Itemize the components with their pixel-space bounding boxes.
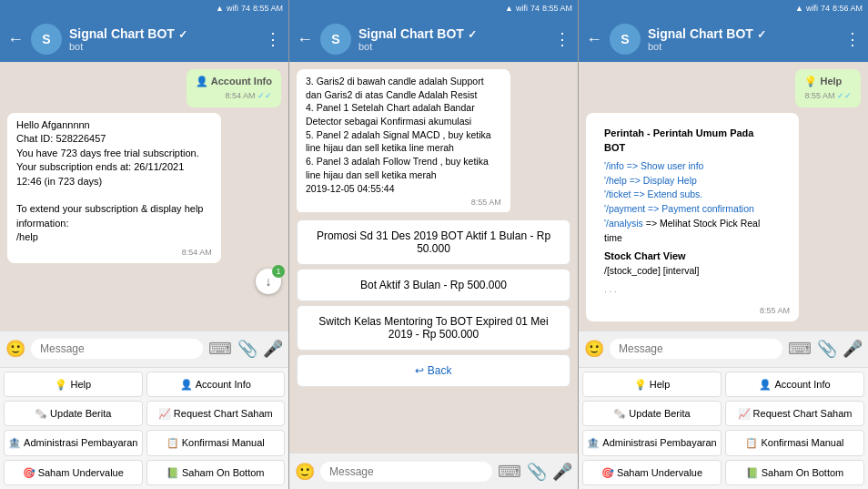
msg-meta-garis: 8:55 AM [306, 197, 501, 209]
admin-icon-1: 🏦 [8, 436, 21, 449]
btn-chart-1[interactable]: 📈Request Chart Saham [146, 401, 286, 426]
saham-bottom-icon-3: 📗 [746, 466, 759, 479]
bottom-buttons-3: 💡Help 👤Account Info 🗞️Update Berita 📈Req… [579, 367, 868, 489]
btn-update-3[interactable]: 🗞️Update Berita [582, 401, 722, 426]
bot-sub-3: bot [648, 41, 837, 52]
msg-help-received: Perintah - Perintah Umum Pada BOT '/info… [586, 113, 799, 321]
title-area-1: Signal Chart BOT ✓ bot [69, 26, 257, 53]
btn-admin-3[interactable]: 🏦Administrasi Pembayaran [582, 430, 722, 455]
verified-icon-1: ✓ [178, 28, 187, 41]
verified-icon-2: ✓ [468, 28, 477, 41]
avatar-1: S [31, 24, 62, 55]
btn-konfirmasi-3[interactable]: 📋Konfirmasi Manual [725, 430, 864, 455]
panel-3: ▲ wifi 74 8:56 AM ← S Signal Chart BOT ✓… [579, 0, 868, 489]
bot-name-1: Signal Chart BOT ✓ [69, 26, 257, 42]
status-bar-3: ▲ wifi 74 8:56 AM [579, 0, 868, 16]
attach-btn-2[interactable]: 📎 [527, 462, 547, 482]
back-button-2[interactable]: ← [297, 30, 313, 49]
battery-icon-3: 74 [821, 4, 830, 13]
wifi-icon-3: wifi [806, 4, 818, 13]
news-icon-3: 🗞️ [613, 407, 626, 420]
top-bar-3: ← S Signal Chart BOT ✓ bot ⋮ [579, 16, 868, 62]
btn-chart-3[interactable]: 📈Request Chart Saham [725, 401, 864, 426]
back-button-3[interactable]: ← [586, 30, 602, 49]
bot-sub-1: bot [69, 41, 257, 52]
message-input-2[interactable] [320, 462, 492, 482]
chat-area-1: 👤 Account Info 8:54 AM ✓✓ Hello Afgannnn… [0, 62, 288, 331]
status-bar-2: ▲ wifi 74 8:55 AM [289, 0, 578, 16]
news-icon-1: 🗞️ [35, 407, 47, 420]
msg-header-account: 👤 Account Info [196, 75, 272, 88]
chat-area-3: 💡 Help 8:55 AM ✓✓ Perintah - Perintah Um… [579, 62, 868, 331]
msg-help-sent: 💡 Help 8:55 AM ✓✓ [795, 69, 861, 107]
scroll-down-btn-1[interactable]: ↓ 1 [256, 269, 281, 294]
msg-garis-received: 3. Garis2 di bawah candle adalah Support… [297, 69, 510, 212]
back-button-1[interactable]: ← [7, 30, 24, 49]
msg-body-hello: Hello Afgannnnn Chat ID: 528226457 You h… [16, 118, 212, 245]
help-line-2: '/help => Display Help [604, 174, 762, 188]
payment-option-1[interactable]: Promosi Sd 31 Des 2019 BOT Aktif 1 Bulan… [297, 219, 570, 265]
emoji-btn-1[interactable]: 🙂 [5, 339, 25, 359]
chart-icon-1: 📈 [158, 407, 171, 420]
scroll-badge-1: 1 [272, 265, 285, 278]
help-line-4: '/payment => Payment confirmation [604, 202, 762, 217]
status-time-3: 8:56 AM [833, 4, 863, 13]
mic-btn-3[interactable]: 🎤 [843, 339, 863, 359]
panel-1: ▲ wifi 74 8:55 AM ← S Signal Chart BOT ✓… [0, 0, 289, 489]
btn-help-3[interactable]: 💡Help [582, 372, 722, 397]
mic-btn-2[interactable]: 🎤 [552, 462, 572, 482]
bot-name-3: Signal Chart BOT ✓ [648, 26, 837, 42]
attach-btn-3[interactable]: 📎 [817, 339, 837, 359]
btn-saham-under-3[interactable]: 🎯Saham Undervalue [582, 460, 722, 485]
btn-saham-under-1[interactable]: 🎯Saham Undervalue [4, 460, 143, 485]
msg-hello-received: Hello Afgannnnn Chat ID: 528226457 You h… [7, 113, 221, 263]
menu-dots-2[interactable]: ⋮ [554, 29, 570, 49]
keyboard-btn-3[interactable]: ⌨ [788, 339, 812, 359]
message-input-1[interactable] [31, 339, 203, 359]
payment-option-3[interactable]: Switch Kelas Mentoring To BOT Expired 01… [297, 305, 570, 351]
message-input-3[interactable] [610, 339, 782, 359]
emoji-btn-2[interactable]: 🙂 [295, 462, 315, 482]
menu-dots-3[interactable]: ⋮ [844, 29, 861, 49]
msg-meta-help-received: 8:55 AM [595, 305, 790, 317]
saham-icon-1: 🎯 [23, 466, 35, 479]
status-time-2: 8:55 AM [542, 4, 572, 13]
btn-saham-bottom-3[interactable]: 📗Saham On Bottom [725, 460, 864, 485]
emoji-btn-3[interactable]: 🙂 [584, 339, 604, 359]
help-line-3: '/ticket => Extend subs. [604, 188, 762, 202]
input-bar-1: 🙂 ⌨ 📎 🎤 [0, 331, 288, 367]
mic-btn-1[interactable]: 🎤 [263, 339, 283, 359]
bot-name-2: Signal Chart BOT ✓ [358, 26, 547, 42]
bottom-buttons-1: 💡Help 👤Account Info 🗞️Update Berita 📈Req… [0, 367, 288, 489]
wifi-icon: wifi [227, 4, 238, 13]
status-bar-1: ▲ wifi 74 8:55 AM [0, 0, 288, 16]
back-option[interactable]: ↩ Back [297, 354, 570, 387]
btn-update-1[interactable]: 🗞️Update Berita [4, 401, 143, 426]
attach-btn-1[interactable]: 📎 [237, 339, 257, 359]
msg-header-help: 💡 Help [804, 75, 852, 88]
avatar-3: S [610, 24, 641, 55]
top-bar-1: ← S Signal Chart BOT ✓ bot ⋮ [0, 16, 288, 62]
title-area-2: Signal Chart BOT ✓ bot [358, 26, 547, 53]
panel-2: ▲ wifi 74 8:55 AM ← S Signal Chart BOT ✓… [289, 0, 579, 489]
check-icon-3: ✓✓ [837, 91, 852, 100]
admin-icon-3: 🏦 [587, 436, 600, 449]
btn-konfirmasi-1[interactable]: 📋Konfirmasi Manual [146, 430, 286, 455]
chart-icon-3: 📈 [738, 407, 751, 420]
title-area-3: Signal Chart BOT ✓ bot [648, 26, 837, 53]
signal-icon: ▲ [216, 4, 224, 13]
btn-account-3[interactable]: 👤Account Info [725, 372, 864, 397]
help-icon-3: 💡 [634, 378, 647, 391]
menu-dots-1[interactable]: ⋮ [265, 29, 281, 49]
btn-saham-bottom-1[interactable]: 📗Saham On Bottom [146, 460, 286, 485]
avatar-2: S [320, 24, 351, 55]
btn-account-1[interactable]: 👤Account Info [146, 372, 286, 397]
keyboard-btn-1[interactable]: ⌨ [208, 339, 232, 359]
msg-meta-1: 8:54 AM ✓✓ [196, 90, 272, 102]
payment-option-2[interactable]: Bot Aktif 3 Bulan - Rp 500.000 [297, 269, 570, 301]
help-ellipsis: . . . [604, 282, 762, 296]
keyboard-btn-2[interactable]: ⌨ [498, 462, 521, 482]
btn-help-1[interactable]: 💡Help [4, 372, 143, 397]
msg-meta-help-sent: 8:55 AM ✓✓ [804, 90, 852, 102]
btn-admin-1[interactable]: 🏦Administrasi Pembayaran [4, 430, 143, 455]
